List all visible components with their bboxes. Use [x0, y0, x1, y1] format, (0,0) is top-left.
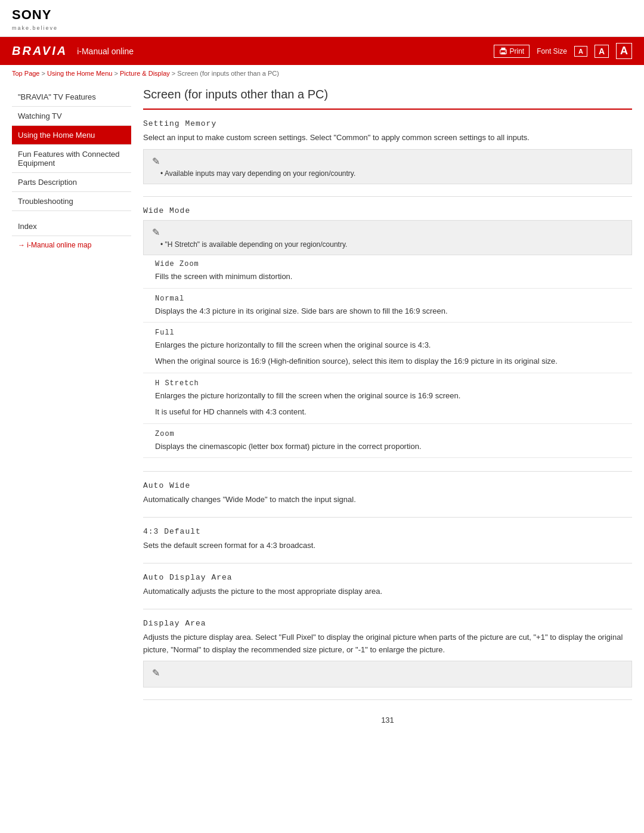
wide-mode-note: ✎ "H Stretch" is available depending on … — [143, 220, 632, 255]
sub-section-wide-zoom: Wide Zoom Fills the screen with minimum … — [143, 260, 632, 289]
sidebar-item-troubleshooting[interactable]: Troubleshooting — [12, 192, 131, 211]
print-button[interactable]: Print — [494, 45, 530, 58]
section-auto-wide: Auto Wide Automatically changes "Wide Mo… — [143, 481, 632, 518]
43-default-desc: Sets the default screen format for a 4:3… — [143, 540, 632, 552]
wide-zoom-title: Wide Zoom — [155, 260, 632, 268]
sidebar-map-link[interactable]: → i-Manual online map — [18, 241, 91, 249]
breadcrumb-top-page[interactable]: Top Page — [12, 70, 39, 77]
nav-left: BRAVIA i-Manual online — [12, 44, 134, 58]
nav-title: i-Manual online — [77, 47, 134, 56]
font-size-label: Font Size — [537, 47, 567, 55]
normal-desc: Displays the 4:3 picture in its original… — [155, 305, 632, 318]
sidebar-item-watching-tv[interactable]: Watching TV — [12, 107, 131, 126]
main-layout: "BRAVIA" TV Features Watching TV Using t… — [0, 82, 644, 742]
sidebar-index[interactable]: Index — [12, 217, 131, 236]
wide-mode-title: Wide Mode — [143, 206, 632, 215]
section-display-area: Display Area Adjusts the picture display… — [143, 619, 632, 701]
breadcrumb-current: Screen (for inputs other than a PC) — [177, 70, 279, 77]
svg-rect-2 — [501, 52, 505, 54]
note-icon-2: ✎ — [152, 227, 623, 238]
nav-bar: BRAVIA i-Manual online Print Font Size A… — [0, 37, 644, 65]
setting-memory-desc: Select an input to make custom screen se… — [143, 132, 632, 144]
display-area-desc: Adjusts the picture display area. Select… — [143, 631, 632, 657]
print-label: Print — [510, 47, 525, 55]
wide-zoom-desc: Fills the screen with minimum distortion… — [155, 271, 632, 283]
auto-display-area-desc: Automatically adjusts the picture to the… — [143, 586, 632, 598]
sub-section-normal: Normal Displays the 4:3 picture in its o… — [143, 295, 632, 323]
page-title: Screen (for inputs other than a PC) — [143, 88, 632, 110]
top-header: SONY make.believe — [0, 0, 644, 37]
section-wide-mode: Wide Mode ✎ "H Stretch" is available dep… — [143, 206, 632, 472]
setting-memory-title: Setting Memory — [143, 119, 632, 128]
full-title: Full — [155, 329, 632, 337]
note-icon-1: ✎ — [152, 156, 623, 167]
breadcrumb-using-home-menu[interactable]: Using the Home Menu — [47, 70, 112, 77]
sidebar-item-home-menu[interactable]: Using the Home Menu — [12, 126, 131, 145]
sony-logo: SONY — [12, 7, 632, 23]
zoom-desc: Displays the cinemascopic (letter box fo… — [155, 441, 632, 453]
wide-mode-note-text: "H Stretch" is available depending on yo… — [152, 240, 623, 249]
content-area: Screen (for inputs other than a PC) Sett… — [143, 82, 632, 730]
note-icon-3: ✎ — [152, 667, 623, 679]
zoom-title: Zoom — [155, 430, 632, 438]
breadcrumb: Top Page > Using the Home Menu > Picture… — [0, 65, 644, 82]
h-stretch-desc2: It is useful for HD channels with 4:3 co… — [155, 406, 632, 419]
section-setting-memory: Setting Memory Select an input to make c… — [143, 119, 632, 197]
sub-section-full: Full Enlarges the picture horizontally t… — [143, 329, 632, 373]
sub-section-h-stretch: H Stretch Enlarges the picture horizonta… — [143, 379, 632, 424]
svg-rect-1 — [501, 47, 505, 49]
full-desc2: When the original source is 16:9 (High-d… — [155, 355, 632, 368]
section-43-default: 4:3 Default Sets the default screen form… — [143, 527, 632, 563]
breadcrumb-picture-display[interactable]: Picture & Display — [120, 70, 170, 77]
auto-wide-desc: Automatically changes "Wide Mode" to mat… — [143, 494, 632, 506]
font-large-button[interactable]: A — [616, 43, 632, 59]
section-auto-display-area: Auto Display Area Automatically adjusts … — [143, 573, 632, 609]
auto-display-area-title: Auto Display Area — [143, 573, 632, 582]
sidebar: "BRAVIA" TV Features Watching TV Using t… — [12, 88, 131, 730]
breadcrumb-sep2: > — [114, 70, 120, 77]
bravia-logo: BRAVIA — [12, 44, 67, 58]
43-default-title: 4:3 Default — [143, 527, 632, 536]
sony-tagline: make.believe — [12, 25, 58, 31]
nav-right: Print Font Size A A A — [494, 43, 632, 59]
print-icon — [499, 47, 507, 55]
font-medium-button[interactable]: A — [595, 45, 609, 58]
page-number: 131 — [143, 710, 632, 730]
setting-memory-note: ✎ Available inputs may vary depending on… — [143, 149, 632, 184]
sidebar-map: → i-Manual online map — [12, 236, 131, 254]
sidebar-item-bravia-tv[interactable]: "BRAVIA" TV Features — [12, 88, 131, 107]
setting-memory-note-text: Available inputs may vary depending on y… — [152, 169, 623, 178]
auto-wide-title: Auto Wide — [143, 481, 632, 490]
sidebar-item-fun-features[interactable]: Fun Features with Connected Equipment — [12, 145, 131, 173]
breadcrumb-sep3: > — [172, 70, 177, 77]
h-stretch-title: H Stretch — [155, 379, 632, 388]
display-area-note: ✎ — [143, 661, 632, 688]
font-small-button[interactable]: A — [574, 46, 587, 57]
normal-title: Normal — [155, 295, 632, 303]
sub-section-zoom: Zoom Displays the cinemascopic (letter b… — [143, 430, 632, 459]
sidebar-item-parts-description[interactable]: Parts Description — [12, 173, 131, 192]
svg-point-3 — [504, 50, 506, 51]
full-desc: Enlarges the picture horizontally to fil… — [155, 339, 632, 352]
h-stretch-desc: Enlarges the picture horizontally to fil… — [155, 390, 632, 402]
breadcrumb-sep1: > — [42, 70, 47, 77]
display-area-title: Display Area — [143, 619, 632, 628]
